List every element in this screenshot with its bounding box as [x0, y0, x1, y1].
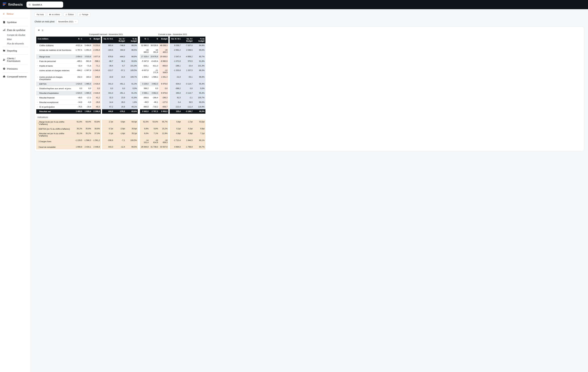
cell: 341,0 [102, 82, 114, 86]
cell: 35,8% [83, 127, 92, 131]
reorder-icon[interactable]: ▲▼ [37, 133, 39, 136]
cell: 3 347,4 [170, 54, 182, 59]
folder-icon [3, 49, 6, 52]
sidebar-item-label: Clients / Fournisseurs [7, 57, 28, 62]
search-input[interactable] [32, 3, 61, 6]
svg-point-0 [29, 4, 30, 5]
cell: 101,0% [126, 64, 138, 68]
sidebar-item-previsions[interactable]: Previsions [0, 66, 31, 72]
cell: -71,8 [83, 64, 92, 68]
cell: 17 329,4 [140, 54, 149, 59]
reorder-icon[interactable]: ▲▼ [37, 122, 39, 124]
cell: -76,5 [74, 105, 83, 109]
cell: -1 040,8 [92, 68, 101, 75]
cell: 2 048,5 [182, 48, 193, 54]
cell: 0,0 [83, 86, 92, 91]
cell: -6 990,9 [159, 59, 168, 64]
cell: -53,1 [182, 75, 193, 82]
search-box[interactable] [26, 1, 63, 8]
col-budget-ytd: Budget [159, 37, 168, 43]
cell: 9,9pt [193, 127, 205, 131]
row-label[interactable]: Impôts et taxes [36, 64, 74, 68]
sidebar-item-label: Synthèse [7, 21, 17, 23]
cell: 6 976,6 [159, 91, 168, 96]
sidebar-item-label: Comparatif externe [7, 75, 27, 78]
cell: 1 609,2 [140, 75, 149, 82]
cell: -0,9pt [170, 131, 182, 138]
sidebar-sub-compte[interactable]: Compte de résultat [0, 33, 31, 37]
chip-en-milliers[interactable]: en milliers [47, 12, 62, 17]
cell: 1 928,4 [83, 109, 92, 114]
main-content: Par mois en milliers Édition Partage Cho… [31, 9, 588, 372]
cell: 2 434,1 [83, 145, 92, 149]
chip-par-mois[interactable]: Par mois [35, 12, 46, 17]
cell: -525,1 [140, 64, 149, 68]
row-label[interactable]: IS et participation [36, 105, 74, 109]
cell: 1 624,5 [74, 82, 83, 86]
back-link[interactable]: Retour [0, 11, 31, 17]
cell: 80,7% [193, 54, 205, 59]
cell: 53,0pt [193, 120, 205, 127]
cell: 32,1% [74, 131, 83, 138]
report-card: Comparatif mensuel - Novembre 2021 Cumul… [35, 27, 584, 151]
row-label[interactable]: Autres achats et charges externes [36, 68, 74, 75]
sidebar-item-etats[interactable]: États de synthèse [0, 27, 31, 33]
row-label[interactable]: Achats de matières et de fournitures [36, 48, 74, 54]
section-ytd-header: Cumulé à date - Novembre 2021 [140, 32, 205, 37]
row-label[interactable]: Résultat exceptionnel [36, 100, 74, 105]
cell: -1 561,2 [92, 138, 101, 145]
pivot-month-select[interactable]: Novembre 2021 [56, 19, 78, 24]
cell: -286,1 [170, 64, 182, 68]
cell: -286,3 [159, 96, 168, 100]
row-label[interactable]: Frais de personnel [36, 59, 74, 64]
reorder-icon[interactable]: ▲▼ [37, 146, 39, 148]
row-label[interactable]: Résultat financier [36, 96, 74, 100]
cell: 35,2pt [126, 131, 138, 138]
cell: 3 228,0 [140, 82, 149, 86]
cell: 53,0% [149, 120, 159, 127]
reorder-icon[interactable]: ▲▼ [37, 128, 39, 130]
row-label[interactable]: Dotation/reprises aux amort. et prov. [36, 86, 74, 91]
sidebar-item-synthese[interactable]: Synthèse [0, 19, 31, 25]
sidebar-item-comparatif[interactable]: Comparatif externe [0, 74, 31, 79]
cell: 33 507,8 [159, 145, 168, 149]
cell: 2 642,0 [140, 109, 149, 114]
sidebar-sub-flux[interactable]: Flux de trésorerie [0, 42, 31, 46]
chip-edition[interactable]: Édition [63, 12, 76, 17]
cell: 10,9 [102, 75, 114, 82]
col-var-budget-ytd: Var. N / Budget [182, 37, 193, 43]
cell: 64,4pt [126, 120, 138, 127]
cell: -7,1 [114, 138, 126, 145]
sidebar-sub-bilan[interactable]: Bilan [0, 37, 31, 42]
cell: 69,0% [193, 100, 205, 105]
cell: 55,4% [193, 82, 205, 86]
comment-icon[interactable] [38, 29, 40, 31]
cell: 91,8% [193, 59, 205, 64]
cell: 0,0 [114, 86, 126, 91]
cell: 125,4 [170, 109, 182, 114]
row-label: EBITDA [36, 82, 74, 86]
reorder-icon[interactable]: ▲▼ [37, 140, 39, 143]
cell: 55,4% [193, 91, 205, 96]
cell: 163,2 [83, 75, 92, 82]
cell: 1 588,2 [149, 75, 159, 82]
sidebar-item-reporting[interactable]: Reporting [0, 48, 31, 53]
cell: -0,6 [83, 100, 92, 105]
sliders-icon[interactable] [42, 29, 44, 31]
sidebar-item-clients[interactable]: Clients / Fournisseurs [0, 55, 31, 64]
cell: -718,2 [149, 105, 159, 109]
row-label[interactable]: Chiffre d'affaires [36, 43, 74, 48]
cell: -451,1 [114, 82, 126, 86]
cell: -2 691,2 [170, 48, 182, 54]
col-budget: Budget [92, 37, 101, 43]
cell: 1 965,5 [83, 91, 92, 96]
row-label[interactable]: Autres produits et charges d'exploitatio… [36, 75, 74, 82]
cell: 100,5% [126, 138, 138, 145]
pivot-label: Choisir un mois pivot [35, 20, 54, 23]
cell: 32 990,0 [140, 43, 149, 48]
sidebar-item-label: États de synthèse [7, 29, 25, 31]
cell: 0,7pt [102, 127, 114, 131]
chip-partage[interactable]: Partage [77, 12, 90, 17]
cell: -111,4 [182, 105, 193, 109]
cell: -1 768,9 [182, 145, 193, 149]
